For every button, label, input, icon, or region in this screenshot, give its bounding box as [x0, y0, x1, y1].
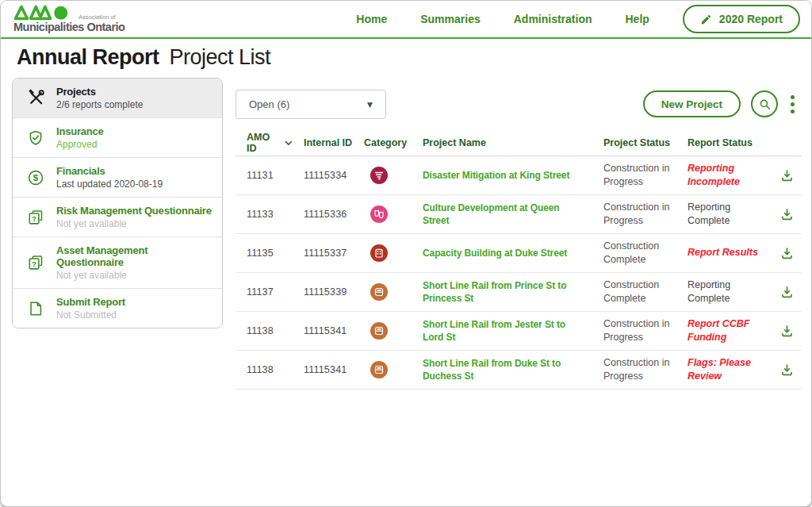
- logo-tagline: Association of: [79, 14, 116, 21]
- download-button[interactable]: [778, 167, 802, 185]
- download-icon: [779, 246, 795, 261]
- project-table: AMO ID Internal ID Category Project Name…: [236, 130, 802, 390]
- sidebar-item-label: Submit Report: [56, 296, 125, 308]
- project-status-cell: Construction in Progress: [592, 201, 676, 229]
- sidebar-item-financials[interactable]: $ Financials Last updated 2020-08-19: [13, 157, 222, 197]
- questionnaire-icon: ?: [25, 209, 46, 226]
- column-header-category[interactable]: Category: [353, 137, 412, 148]
- amo-id-cell: 11131: [236, 170, 293, 181]
- nav-home[interactable]: Home: [356, 13, 387, 25]
- nav-administration[interactable]: Administration: [514, 13, 592, 25]
- category-cell: [353, 361, 412, 378]
- amo-id-cell: 11138: [236, 325, 293, 336]
- report-status-cell: Report CCBF Funding: [676, 317, 770, 345]
- sidebar-item-risk-questionnaire[interactable]: ? Risk Management Questionnaire Not yet …: [13, 197, 222, 236]
- sidebar-item-label: Projects: [56, 86, 143, 98]
- category-cell: [353, 205, 412, 223]
- internal-id-cell: 11115337: [293, 248, 353, 259]
- download-icon: [779, 363, 795, 378]
- sidebar-item-label: Financials: [56, 165, 163, 177]
- table-row: 11138 11115341 Short Line Rail from Jest…: [236, 312, 802, 351]
- nav-help[interactable]: Help: [626, 13, 649, 25]
- download-button[interactable]: [778, 205, 802, 224]
- column-header-amo-id[interactable]: AMO ID: [236, 132, 293, 154]
- report-status-cell: Reporting Complete: [676, 278, 770, 306]
- tools-icon: [25, 89, 46, 107]
- project-name-link[interactable]: Disaster Mitigation at King Street: [412, 169, 592, 182]
- culture-category-icon: [370, 205, 388, 223]
- report-status-cell: Report Results: [676, 246, 770, 260]
- table-row: 11135 11115337 Capacity Building at Duke…: [236, 234, 802, 273]
- category-cell: [353, 283, 412, 301]
- sidebar-item-projects[interactable]: Projects 2/6 reports complete: [13, 79, 222, 117]
- logo-org-name: Municipalities Ontario: [13, 21, 124, 33]
- amo-logo: Association of Municipalities Ontario: [13, 5, 124, 33]
- amo-id-cell: 11137: [236, 286, 293, 298]
- table-row: 11137 11115339 Short Line Rail from Prin…: [236, 273, 802, 312]
- disaster-category-icon: [370, 167, 388, 184]
- rail-category-icon: [370, 361, 388, 378]
- internal-id-cell: 11115334: [293, 170, 353, 181]
- sidebar-item-status: Not yet available: [56, 218, 212, 229]
- download-button[interactable]: [778, 244, 802, 263]
- project-name-link[interactable]: Short Line Rail from Prince St to Prince…: [412, 279, 592, 305]
- capacity-category-icon: [370, 244, 388, 262]
- table-row: 11138 11115341 Short Line Rail from Duke…: [236, 351, 802, 390]
- project-status-cell: Construction Complete: [592, 240, 676, 267]
- report-year-button[interactable]: 2020 Report: [683, 5, 800, 33]
- sidebar-item-label: Asset Management Questionnaire: [56, 244, 214, 268]
- download-button[interactable]: [778, 322, 802, 340]
- page-title-regular: Project List: [170, 45, 271, 69]
- app-window: Association of Municipalities Ontario Ho…: [0, 0, 812, 507]
- internal-id-cell: 11115341: [293, 325, 353, 336]
- sidebar-item-submit-report[interactable]: Submit Report Not Submitted: [13, 288, 222, 328]
- project-name-link[interactable]: Short Line Rail from Jester St to Lord S…: [412, 318, 592, 344]
- new-project-button[interactable]: New Project: [643, 90, 741, 117]
- project-status-cell: Construction Complete: [592, 278, 676, 306]
- svg-text:?: ?: [32, 260, 36, 268]
- internal-id-cell: 11115336: [293, 209, 353, 220]
- pencil-icon: [700, 13, 712, 25]
- nav-summaries[interactable]: Summaries: [420, 13, 480, 25]
- amo-id-cell: 11135: [236, 248, 293, 259]
- download-icon: [779, 324, 795, 339]
- project-name-link[interactable]: Culture Development at Queen Street: [412, 202, 592, 227]
- page-title-bold: Annual Report: [17, 45, 159, 69]
- internal-id-cell: 11115341: [293, 364, 353, 375]
- table-actions: New Project: [643, 90, 797, 117]
- search-icon: [758, 98, 772, 111]
- project-status-cell: Construction in Progress: [592, 162, 676, 190]
- column-header-project-status[interactable]: Project Status: [592, 137, 676, 148]
- download-icon: [779, 207, 795, 222]
- project-name-link[interactable]: Short Line Rail from Duke St to Duchess …: [412, 357, 592, 382]
- page-title: Annual Report Project List: [17, 45, 270, 70]
- category-cell: [353, 167, 412, 184]
- column-header-project-name[interactable]: Project Name: [412, 137, 592, 148]
- main-nav: Home Summaries Administration Help 2020 …: [356, 5, 811, 33]
- svg-text:?: ?: [32, 214, 36, 222]
- table-row: 11131 11115334 Disaster Mitigation at Ki…: [236, 156, 802, 195]
- column-header-report-status[interactable]: Report Status: [676, 137, 770, 148]
- download-button[interactable]: [778, 283, 802, 302]
- search-button[interactable]: [751, 90, 778, 117]
- sidebar-item-status: Approved: [56, 139, 104, 150]
- dollar-circle-icon: $: [25, 169, 46, 186]
- sidebar-item-insurance[interactable]: Insurance Approved: [13, 117, 222, 157]
- download-button[interactable]: [778, 361, 802, 379]
- table-row: 11133 11115336 Culture Development at Qu…: [236, 195, 802, 234]
- project-status-cell: Construction in Progress: [592, 317, 676, 345]
- internal-id-cell: 11115339: [293, 286, 353, 298]
- download-icon: [779, 168, 795, 183]
- table-header-row: AMO ID Internal ID Category Project Name…: [236, 130, 802, 156]
- sort-chevron-down-icon: [285, 140, 293, 146]
- top-navigation-bar: Association of Municipalities Ontario Ho…: [1, 1, 811, 39]
- category-cell: [353, 322, 412, 340]
- project-name-link[interactable]: Capacity Building at Duke Street: [412, 247, 592, 259]
- column-header-internal-id[interactable]: Internal ID: [293, 137, 353, 148]
- sidebar-item-asset-questionnaire[interactable]: ? Asset Management Questionnaire Not yet…: [13, 236, 222, 288]
- sidebar-item-status: 2/6 reports complete: [56, 99, 143, 110]
- report-status-cell: Reporting Incomplete: [676, 162, 770, 190]
- status-filter-dropdown[interactable]: Open (6) ▼: [236, 90, 386, 119]
- more-options-button[interactable]: [788, 94, 797, 115]
- shield-check-icon: [25, 129, 46, 147]
